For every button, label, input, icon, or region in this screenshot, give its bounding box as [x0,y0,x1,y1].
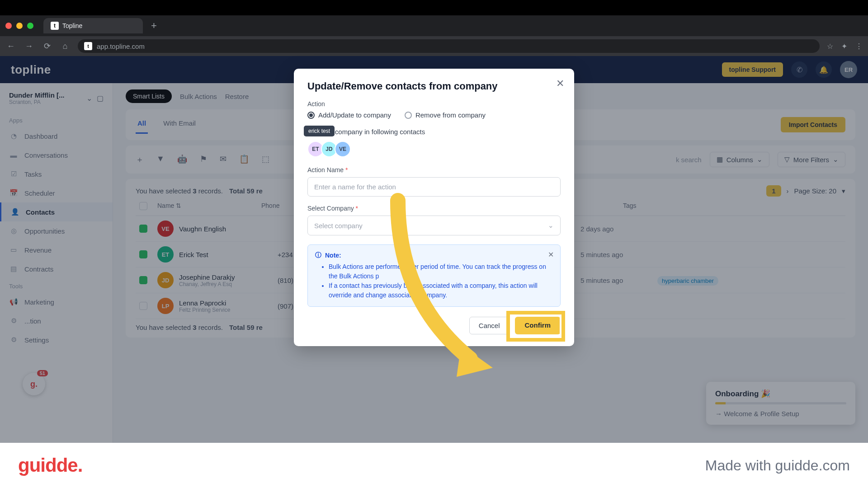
url-favicon-icon: t [84,42,92,50]
action-name-label: Action Name * [307,166,561,174]
contact-avatars: erick test ETJDVE [307,141,561,157]
url-text: app.topline.com [97,42,145,50]
forward-button[interactable]: → [24,42,34,51]
home-button[interactable]: ⌂ [60,42,71,51]
radio-add-update[interactable]: Add/Update to company [307,111,391,119]
menu-icon[interactable]: ⋮ [855,42,863,51]
browser-tab-bar: t Topline + [0,15,868,36]
radio-icon [405,112,412,119]
back-button[interactable]: ← [5,42,16,51]
company-select[interactable]: Select company⌄ [307,216,561,235]
mini-avatar: VE [335,141,351,157]
new-tab-button[interactable]: + [146,18,161,33]
browser-toolbar: ← → ⟳ ⌂ t app.topline.com ☆ ✦ ⋮ [0,36,868,56]
info-icon: ⓘ [315,251,321,259]
action-label: Action [307,100,561,108]
note-box: ✕ ⓘNote: Bulk Actions are performed over… [307,244,561,307]
radio-remove[interactable]: Remove from company [405,111,486,119]
close-window-icon[interactable] [5,23,12,29]
guidde-logo: guidde. [18,455,82,476]
avatar-tooltip: erick test [304,126,335,136]
note-line-1: Bulk Actions are performed over period o… [329,262,553,281]
close-icon[interactable]: ✕ [556,78,564,89]
note-close-icon[interactable]: ✕ [548,250,554,259]
chevron-down-icon: ⌄ [548,221,554,230]
modal-title: Update/Remove contacts from company [307,80,561,92]
confirm-button[interactable]: Confirm [515,317,561,334]
tab-favicon-icon: t [51,22,59,30]
action-name-input[interactable] [307,177,561,197]
update-remove-modal: ✕ Update/Remove contacts from company Ac… [294,69,574,346]
footer-attribution: Made with guidde.com [705,457,850,474]
cancel-button[interactable]: Cancel [469,317,509,334]
window-controls [5,23,33,29]
tab-title: Topline [62,22,82,29]
url-bar[interactable]: t app.topline.com [78,39,820,53]
bookmark-icon[interactable]: ☆ [827,42,833,51]
browser-tab[interactable]: t Topline [43,18,143,33]
modal-subtitle: Add/Edit company in following contacts [307,128,561,136]
maximize-window-icon[interactable] [27,23,33,29]
reload-button[interactable]: ⟳ [42,41,52,51]
note-line-2: If a contact has previously been associa… [329,281,553,300]
select-company-label: Select Company * [307,205,561,212]
modal-overlay: ✕ Update/Remove contacts from company Ac… [0,56,868,443]
extensions-icon[interactable]: ✦ [841,42,847,51]
minimize-window-icon[interactable] [16,23,23,29]
radio-icon [307,112,315,119]
footer: guidde. Made with guidde.com [0,443,868,488]
